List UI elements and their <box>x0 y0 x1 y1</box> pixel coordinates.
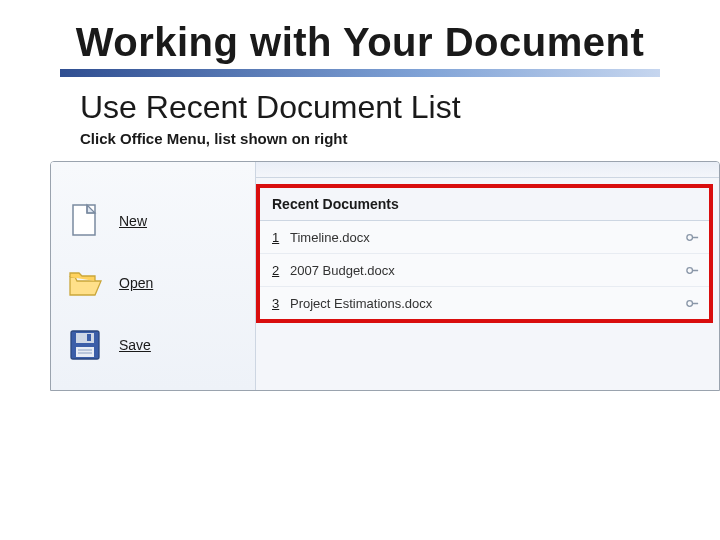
pin-icon[interactable] <box>683 261 701 279</box>
open-folder-icon <box>65 263 105 303</box>
office-menu-screenshot: New Open <box>50 161 720 391</box>
slide-title: Working with Your Document <box>50 20 670 65</box>
save-floppy-icon <box>65 325 105 365</box>
recent-document-row[interactable]: 2 2007 Budget.docx <box>260 253 709 286</box>
slide-root: Working with Your Document Use Recent Do… <box>0 0 720 540</box>
menu-label-save: Save <box>119 337 151 353</box>
recent-item-number: 1 <box>272 230 290 245</box>
menu-label-open: Open <box>119 275 153 291</box>
recent-item-name: Project Estimations.docx <box>290 296 683 311</box>
svg-rect-4 <box>76 347 94 357</box>
office-menu-right-column: Recent Documents 1 Timeline.docx 2 2007 … <box>256 162 719 390</box>
recent-item-number: 2 <box>272 263 290 278</box>
pin-icon[interactable] <box>683 228 701 246</box>
recent-documents-header: Recent Documents <box>260 188 709 221</box>
menu-item-open[interactable]: Open <box>51 252 255 314</box>
svg-rect-3 <box>87 334 91 341</box>
caption-text: Click Office Menu, list shown on right <box>80 130 670 147</box>
svg-point-7 <box>686 234 692 240</box>
office-menu-left-column: New Open <box>51 162 256 390</box>
svg-point-9 <box>686 267 692 273</box>
pin-icon[interactable] <box>683 294 701 312</box>
svg-point-11 <box>686 300 692 306</box>
title-underline <box>60 69 660 77</box>
recent-item-name: 2007 Budget.docx <box>290 263 683 278</box>
menu-item-new[interactable]: New <box>51 190 255 252</box>
recent-documents-highlight: Recent Documents 1 Timeline.docx 2 2007 … <box>256 184 713 323</box>
menu-item-save[interactable]: Save <box>51 314 255 376</box>
svg-rect-2 <box>76 333 94 343</box>
recent-item-name: Timeline.docx <box>290 230 683 245</box>
recent-document-row[interactable]: 1 Timeline.docx <box>260 221 709 253</box>
slide-subtitle: Use Recent Document List <box>80 89 670 126</box>
new-document-icon <box>65 201 105 241</box>
menu-label-new: New <box>119 213 147 229</box>
recent-document-row[interactable]: 3 Project Estimations.docx <box>260 286 709 319</box>
recent-item-number: 3 <box>272 296 290 311</box>
